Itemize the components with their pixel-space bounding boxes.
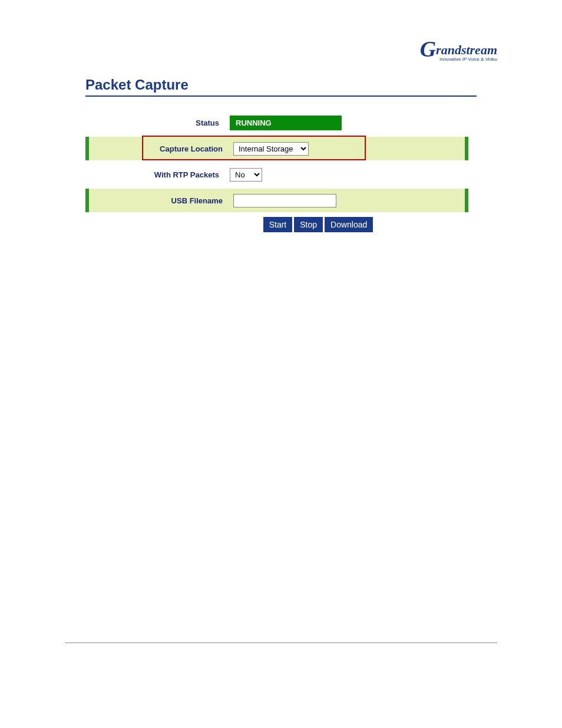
capture-location-row: Capture Location Internal Storage (85, 137, 468, 160)
rtp-select[interactable]: No (230, 168, 262, 182)
page-title: Packet Capture (85, 77, 477, 97)
footer-separator (65, 643, 497, 643)
brand-logo: Grandstream Innovative IP Voice & Video (420, 35, 497, 62)
stop-button[interactable]: Stop (294, 217, 323, 232)
start-button[interactable]: Start (263, 217, 293, 232)
rtp-label: With RTP Packets (85, 170, 230, 179)
download-button[interactable]: Download (325, 217, 373, 232)
usb-filename-row: USB Filename (85, 189, 468, 212)
usb-filename-label: USB Filename (89, 196, 233, 205)
status-label: Status (85, 118, 230, 127)
packet-capture-form: Status RUNNING Capture Location Internal… (85, 111, 468, 232)
brand-name: Grandstream (420, 35, 497, 58)
usb-filename-input[interactable] (233, 194, 336, 207)
capture-location-select[interactable]: Internal Storage (233, 142, 309, 156)
rtp-row: With RTP Packets No (85, 163, 468, 186)
button-row: Start Stop Download (85, 217, 415, 232)
status-badge: RUNNING (230, 116, 342, 130)
status-row: Status RUNNING (85, 111, 468, 134)
capture-location-label: Capture Location (89, 144, 233, 153)
